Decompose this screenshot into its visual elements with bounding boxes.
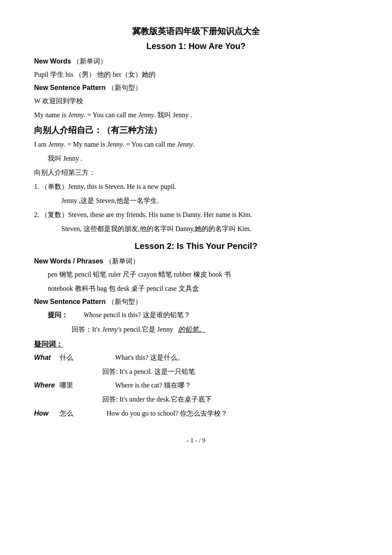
lesson2-sentence-pattern-heading: New Sentence Pattern （新句型） (34, 298, 358, 306)
page-footer: - 1 - / 9 (34, 437, 358, 444)
lesson2-new-words-line2: notebook 教科书 bag 包 desk 桌子 pencil case 文… (48, 283, 358, 294)
intro-sentence: I am Jenny. = My name is Jenny. = You ca… (34, 139, 358, 150)
what-answer: 回答: It's a pencil. 这是一只铅笔 (102, 366, 358, 378)
list-item-2-cn: Steven, 这些都是我的朋友,他的名字叫 Danny,她的的名字叫 Kim. (61, 223, 358, 234)
where-answer: 回答: It's under the desk.它在桌子底下 (102, 393, 358, 406)
lesson1-new-words-content: Pupil 学生 his （男） 他的 her（女）她的 (34, 69, 358, 80)
third-party-heading: 向别人介绍第三方： (34, 167, 358, 178)
page-container: 冀教版英语四年级下册知识点大全 Lesson 1: How Are You? N… (34, 26, 358, 444)
intro-heading: 向别人介绍自己：（有三种方法） (34, 124, 358, 136)
list-item-2: 2. （复数）Steven, these are my friends. His… (34, 209, 358, 221)
how-row: How 怎么 How do you go to school? 你怎么去学校？ (34, 408, 358, 420)
lesson1-new-words-heading: New Words （新单词） (34, 57, 358, 66)
lesson2-title: Lesson 2: Is This Your Pencil? (34, 241, 358, 251)
list-item-1-cn: Jenny ,这是 Steven,他是一名学生. (61, 195, 358, 206)
lesson2-question-row: 提问： Whose pencil is this? 这是谁的铅笔？ (48, 309, 358, 321)
page-title: 冀教版英语四年级下册知识点大全 (34, 26, 358, 37)
lesson1-w-line: W 欢迎回到学校 (34, 95, 358, 107)
doubt-heading: 疑问词： (34, 340, 63, 348)
intro-translation: 我叫 Jenny . (48, 153, 358, 164)
lesson1-title: Lesson 1: How Are You? (34, 41, 358, 51)
lesson1-sentence-pattern-heading: New Sentence Pattern （新句型） (34, 84, 358, 92)
lesson2-new-words-line1: pen 钢笔 pencil 铅笔 ruler 尺子 crayon 蜡笔 rubb… (48, 269, 358, 280)
lesson2-new-words-heading: New Words / Phrases （新单词） (34, 257, 358, 266)
list-item-1: 1. （单数）Jenny, this is Steven. He is a ne… (34, 181, 358, 193)
lesson1-myname-line: My name is Jenny. = You can call me Jenn… (34, 109, 358, 121)
lesson2-answer-row: 回答：It's Jenny's pencil.它是 Jenny 的铅笔。 (61, 324, 358, 335)
where-row: Where 哪里 Where is the cat? 猫在哪？ (34, 379, 358, 392)
what-row: What 什么 What's this? 这是什么。 (34, 352, 358, 364)
